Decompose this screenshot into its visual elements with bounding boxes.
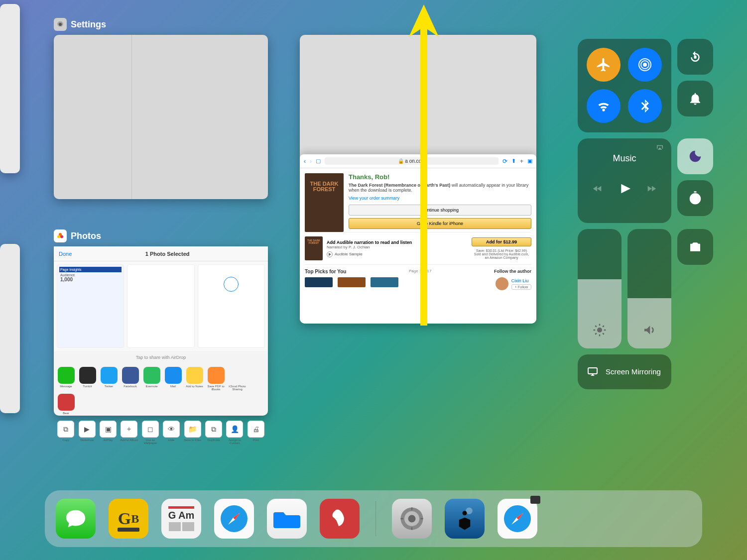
share-action-duplicate[interactable]: ⧉Duplicate: [205, 421, 223, 445]
share-app-bear[interactable]: Bear: [57, 394, 75, 415]
settings-icon: [54, 18, 67, 31]
notifications-button[interactable]: [677, 81, 713, 116]
audible-sample-button[interactable]: Audible Sample: [327, 251, 468, 257]
airplane-mode-button[interactable]: [587, 48, 621, 82]
svg-point-18: [693, 246, 697, 250]
bluetooth-button[interactable]: [628, 89, 662, 123]
safari-slideover[interactable]: ‹ › ▢ 🔒 a on.com ⟳ ⬆︎ + ▣ THE DARK FORES…: [300, 154, 536, 324]
photos-preview-1: Page Insights Audience1,000: [57, 264, 124, 348]
share-action-hide[interactable]: 👁Hide: [162, 421, 180, 445]
share-app-facebook[interactable]: Facebook: [121, 367, 139, 391]
top-picks-page: Page 1 of 17: [409, 269, 431, 274]
safari-reload-icon[interactable]: ⟳: [502, 158, 507, 165]
app-card-photos-label: Photos: [71, 231, 101, 241]
safari-share-icon[interactable]: ⬆︎: [511, 158, 516, 164]
share-app-add-to-notes[interactable]: Add to Notes: [185, 367, 204, 391]
photos-selected-count: 1 Photo Selected: [145, 251, 190, 257]
airdrop-button[interactable]: [628, 48, 662, 82]
app-card-photos[interactable]: Photos Done 1 Photo Selected Page Insigh…: [54, 246, 268, 416]
rotation-lock-button[interactable]: [677, 39, 713, 75]
share-app-mail[interactable]: Mail: [164, 367, 182, 391]
timer-button[interactable]: [677, 180, 713, 216]
volume-slider[interactable]: [627, 229, 671, 348]
audible-add-button[interactable]: Add for $12.99: [472, 237, 531, 246]
share-action-use-as-wallpaper[interactable]: ◻Use as Wallpaper: [141, 421, 159, 445]
safari-url[interactable]: 🔒 a on.com: [325, 157, 498, 165]
order-summary-link[interactable]: View your order summary: [349, 196, 531, 201]
continue-shopping-button[interactable]: Continue shopping: [349, 205, 531, 216]
dock-app-bear[interactable]: [320, 499, 360, 539]
dock-app-news[interactable]: G Am: [161, 499, 201, 539]
svg-point-24: [408, 515, 416, 523]
dock-stack-badge-icon: [530, 496, 540, 504]
audible-title: Add Audible narration to read and listen: [327, 240, 468, 245]
dock-recent-kindle[interactable]: [445, 499, 485, 539]
author-follow-button[interactable]: + Follow: [511, 284, 531, 290]
music-prev-button[interactable]: [591, 183, 604, 196]
safari-book-icon[interactable]: ▢: [316, 158, 321, 164]
photos-airdrop-caption: Tap to share with AirDrop: [54, 351, 268, 364]
photos-share-actions: ⧉Copy▶Slideshow▣AirPlay＋Add to Album◻Use…: [54, 418, 268, 448]
dock-app-files[interactable]: [267, 499, 307, 539]
svg-line-14: [595, 326, 597, 327]
share-action-print[interactable]: 🖨Print: [247, 421, 265, 445]
svg-line-17: [603, 326, 604, 327]
share-action-assign-to-contact[interactable]: 👤Assign to Contact: [226, 421, 244, 445]
share-app-evernote[interactable]: Evernote: [142, 367, 161, 391]
brightness-slider[interactable]: [578, 229, 622, 348]
safari-fwd-icon[interactable]: ›: [310, 158, 312, 165]
dock-app-goodnotes[interactable]: GB: [109, 499, 148, 539]
svg-point-9: [597, 328, 602, 333]
share-app-twitter[interactable]: Twitter: [100, 367, 118, 391]
share-app-message[interactable]: Message: [57, 367, 75, 391]
audible-save: Save: $30.01 (List Price: $42.99): [472, 249, 531, 252]
volume-icon: [627, 323, 671, 339]
music-title: Music: [585, 153, 664, 164]
share-action-add-to-album[interactable]: ＋Add to Album: [120, 421, 138, 445]
author-name[interactable]: Cixin Liu: [511, 278, 531, 283]
share-action-slideshow[interactable]: ▶Slideshow: [78, 421, 96, 445]
screen-mirroring-button[interactable]: Screen Mirroring: [578, 354, 671, 389]
pick-book-3[interactable]: [371, 277, 398, 287]
connectivity-tile[interactable]: [578, 39, 671, 132]
dock-recent-safari[interactable]: [498, 499, 537, 539]
author-avatar: [496, 277, 508, 290]
app-card-settings-label: Settings: [71, 19, 106, 30]
camera-button[interactable]: [677, 229, 713, 265]
photos-done[interactable]: Done: [59, 251, 72, 257]
share-action-save-to-files[interactable]: 📁Save to Files: [183, 421, 201, 445]
wifi-button[interactable]: [587, 89, 621, 123]
thanks-header: Thanks, Rob!: [349, 173, 531, 181]
music-play-button[interactable]: [617, 181, 632, 199]
music-next-button[interactable]: [645, 183, 658, 196]
do-not-disturb-button[interactable]: [677, 138, 713, 174]
app-card-edge-top[interactable]: [0, 4, 20, 173]
audible-sold: Sold and Delivered by Audible.com, an Am…: [472, 252, 531, 259]
pick-book-2[interactable]: [338, 277, 366, 287]
pick-book-1[interactable]: [305, 277, 333, 287]
app-card-edge-bottom[interactable]: [0, 244, 20, 413]
svg-point-3: [60, 235, 63, 238]
share-action-copy[interactable]: ⧉Copy: [57, 421, 75, 445]
dock-app-messages[interactable]: [56, 499, 96, 539]
follow-author-header: Follow the author: [494, 269, 531, 274]
safari-newtab-icon[interactable]: +: [520, 158, 523, 165]
dock-app-safari[interactable]: [214, 499, 254, 539]
go-to-kindle-button[interactable]: Go to Kindle for iPhone: [349, 218, 531, 229]
music-tile[interactable]: Music: [578, 138, 671, 223]
safari-tabs-icon[interactable]: ▣: [527, 158, 532, 164]
photos-preview-2: [127, 264, 194, 348]
svg-point-4: [643, 63, 647, 67]
safari-back-icon[interactable]: ‹: [304, 158, 306, 165]
author-block[interactable]: Cixin Liu + Follow: [496, 277, 531, 290]
app-card-settings[interactable]: Settings: [54, 35, 268, 199]
share-app-icloud-photo-sharing[interactable]: iCloud Photo Sharing: [228, 367, 247, 391]
share-action-airplay[interactable]: ▣AirPlay: [99, 421, 117, 445]
dock-recent-settings[interactable]: [392, 499, 432, 539]
app-card-kindle[interactable]: Kindle ‹ › ▢ 🔒 a on.com ⟳ ⬆︎ + ▣ THE DAR…: [300, 35, 536, 324]
share-app-save-pdf-to-ibooks[interactable]: Save PDF to iBooks: [207, 367, 225, 391]
control-center: Music: [578, 39, 732, 395]
photos-preview-3: [198, 264, 265, 348]
photos-share-apps: MessageTumblrTwitterFacebookEvernoteMail…: [54, 364, 268, 418]
share-app-tumblr[interactable]: Tumblr: [78, 367, 97, 391]
